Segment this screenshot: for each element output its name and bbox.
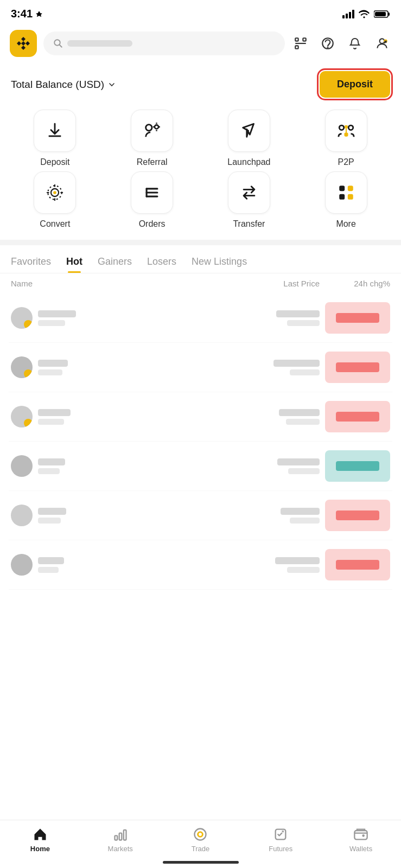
svg-rect-1	[346, 14, 348, 18]
nav-wallets[interactable]: Wallets	[339, 827, 383, 853]
home-indicator	[163, 861, 239, 864]
price-sub	[290, 369, 320, 375]
action-grid-row2: Convert Orders Transfer	[0, 169, 401, 240]
nav-markets-label: Markets	[108, 845, 133, 853]
svg-rect-3	[352, 10, 354, 18]
price-col	[179, 508, 320, 524]
tab-losers[interactable]: Losers	[145, 248, 179, 273]
coin-accent	[24, 320, 33, 329]
change-value	[336, 362, 379, 372]
svg-point-29	[339, 125, 344, 130]
deposit-label: Deposit	[40, 157, 69, 167]
bottom-spacer	[0, 590, 401, 644]
action-transfer[interactable]: Transfer	[203, 171, 296, 229]
nav-futures-label: Futures	[269, 845, 292, 853]
orders-label: Orders	[139, 219, 166, 229]
coin-info	[11, 307, 179, 329]
profile-button[interactable]: ↗	[373, 34, 391, 53]
price-col	[179, 557, 320, 573]
svg-marker-11	[21, 41, 26, 46]
last-price	[275, 557, 320, 564]
nav-trade-label: Trade	[192, 845, 209, 853]
convert-label: Convert	[40, 219, 70, 229]
table-row[interactable]	[9, 343, 392, 392]
table-header: Name Last Price 24h chg%	[0, 273, 401, 293]
nav-markets[interactable]: Markets	[99, 827, 142, 853]
balance-label-text: Total Balance (USD)	[11, 79, 104, 91]
balance-row: Total Balance (USD) Deposit	[0, 62, 401, 104]
action-deposit[interactable]: Deposit	[9, 110, 101, 167]
notification-button[interactable]	[346, 34, 364, 53]
svg-rect-32	[345, 133, 348, 136]
svg-marker-7	[21, 37, 26, 41]
change-badge	[325, 302, 390, 334]
table-row[interactable]	[9, 491, 392, 540]
launchpad-label: Launchpad	[227, 157, 270, 167]
svg-rect-15	[303, 38, 305, 41]
trade-icon	[193, 827, 208, 842]
coin-name	[38, 409, 71, 416]
tab-favorites[interactable]: Favorites	[9, 248, 53, 273]
market-tabs: Favorites Hot Gainers Losers New Listing…	[0, 248, 401, 273]
nav-wallets-label: Wallets	[349, 845, 372, 853]
action-launchpad[interactable]: Launchpad	[203, 110, 296, 167]
svg-rect-31	[345, 125, 348, 129]
transfer-label: Transfer	[233, 219, 265, 229]
svg-rect-44	[347, 194, 353, 200]
tab-gainers[interactable]: Gainers	[96, 248, 134, 273]
table-row[interactable]	[9, 540, 392, 590]
change-value	[336, 313, 379, 323]
table-row[interactable]	[9, 293, 392, 343]
more-icon	[337, 183, 355, 202]
svg-rect-6	[375, 12, 386, 16]
binance-logo[interactable]	[10, 30, 37, 57]
action-more[interactable]: More	[300, 171, 392, 229]
futures-icon	[273, 827, 288, 842]
deposit-icon	[46, 122, 64, 140]
deposit-button[interactable]: Deposit	[320, 71, 390, 98]
change-col	[320, 302, 390, 334]
svg-rect-2	[349, 12, 351, 18]
bell-icon	[348, 36, 361, 50]
svg-marker-8	[17, 41, 21, 46]
more-icon-box	[325, 171, 367, 214]
wallets-icon	[353, 827, 368, 842]
svg-rect-5	[388, 12, 390, 16]
change-badge	[325, 549, 390, 580]
svg-rect-16	[295, 46, 298, 48]
referral-icon-box	[131, 110, 173, 152]
coin-accent	[24, 369, 33, 378]
price-sub	[287, 320, 320, 326]
coin-name	[38, 557, 64, 564]
action-referral[interactable]: Referral	[106, 110, 199, 167]
coin-name-block	[38, 458, 65, 474]
coin-sub	[38, 567, 59, 573]
header: ↗	[0, 24, 401, 62]
nav-trade[interactable]: Trade	[179, 827, 222, 853]
coin-name	[38, 508, 66, 515]
deposit-icon-box	[34, 110, 76, 152]
col-header-price: Last Price	[179, 279, 320, 288]
coin-info	[11, 455, 179, 477]
table-row[interactable]	[9, 442, 392, 491]
action-convert[interactable]: Convert	[9, 171, 101, 229]
tab-new-listings[interactable]: New Listings	[189, 248, 249, 273]
time-display: 3:41	[11, 8, 33, 20]
table-row[interactable]	[9, 392, 392, 442]
action-orders[interactable]: Orders	[106, 171, 199, 229]
balance-label: Total Balance (USD)	[11, 79, 116, 91]
action-p2p[interactable]: P2P	[300, 110, 392, 167]
section-divider	[0, 240, 401, 245]
nav-futures[interactable]: Futures	[259, 827, 302, 853]
markets-icon	[113, 827, 128, 842]
search-bar[interactable]	[43, 31, 285, 55]
coin-icon	[11, 406, 33, 427]
transfer-icon-box	[228, 171, 270, 214]
action-grid-row1: Deposit Referral Launchpad	[0, 104, 401, 169]
scan-button[interactable]	[291, 34, 310, 53]
status-time: 3:41	[11, 8, 43, 20]
svg-point-35	[54, 191, 57, 194]
support-button[interactable]	[319, 34, 337, 53]
tab-hot[interactable]: Hot	[64, 248, 85, 273]
nav-home[interactable]: Home	[18, 827, 62, 853]
